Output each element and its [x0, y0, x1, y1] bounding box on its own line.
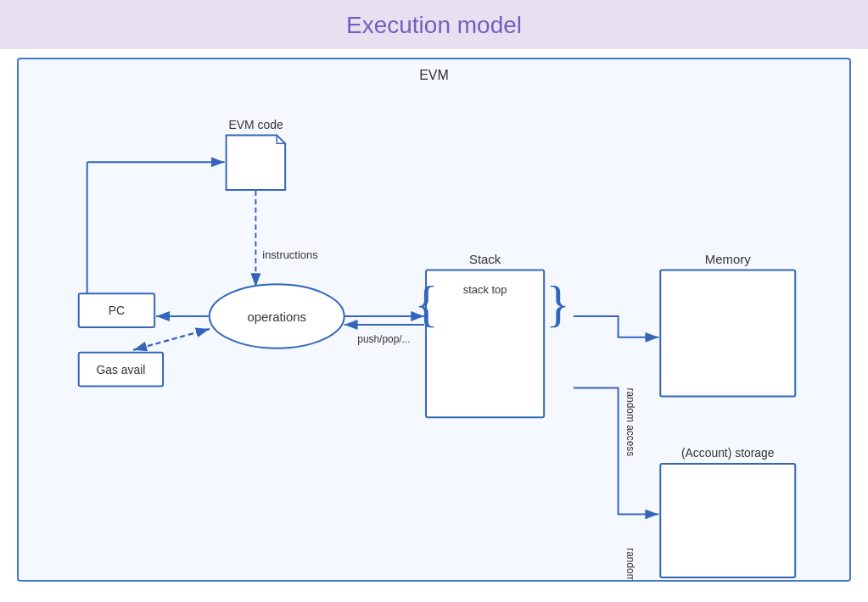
stack-top-label: stack top — [463, 283, 507, 296]
push-pop-label: push/pop/... — [357, 333, 410, 345]
header: Execution model — [0, 0, 868, 49]
svg-text:random access: random access — [624, 387, 636, 456]
account-storage-label: (Account) storage — [681, 446, 775, 460]
svg-text:random access: random access — [624, 548, 636, 580]
svg-text:}: } — [546, 276, 570, 332]
page-title: Execution model — [0, 12, 868, 39]
svg-line-12 — [133, 329, 209, 350]
gas-avail-label: Gas avail — [96, 363, 145, 376]
instructions-label: instructions — [262, 248, 317, 261]
diagram-container: EVM — [17, 58, 851, 582]
svg-rect-18 — [660, 270, 795, 396]
stack-label: Stack — [469, 253, 501, 266]
evm-code-label: EVM code — [229, 118, 283, 131]
memory-label: Memory — [705, 253, 751, 266]
svg-text:{: { — [414, 276, 439, 332]
svg-rect-20 — [660, 464, 795, 577]
operations-label: operations — [247, 310, 306, 324]
pc-label: PC — [109, 304, 125, 317]
